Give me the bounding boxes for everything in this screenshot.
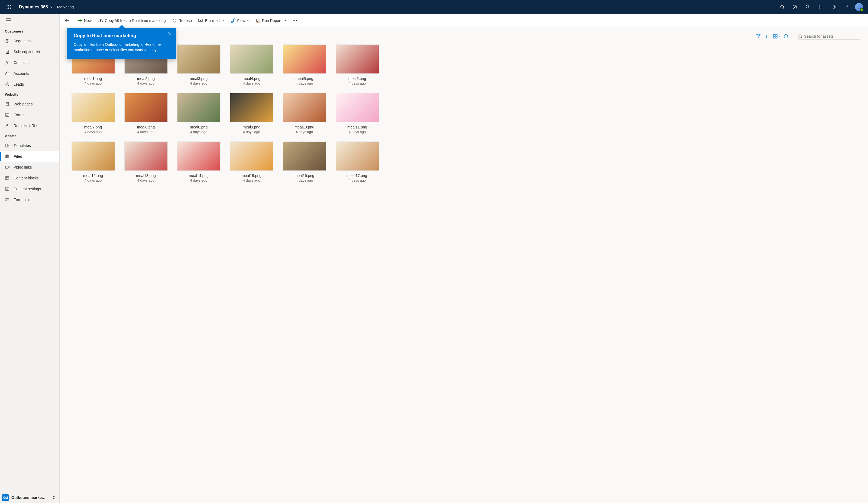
svg-point-10 [793, 5, 797, 9]
app-launcher-button[interactable] [3, 2, 14, 12]
form-icon [5, 112, 10, 117]
file-date: 4 days ago [137, 178, 155, 182]
files-icon [5, 154, 10, 159]
nav-item-label: Content settings [13, 187, 41, 191]
svg-point-42 [296, 20, 297, 21]
file-name: meal12.png [83, 173, 103, 178]
svg-point-12 [847, 8, 847, 9]
nav-item-content-blocks[interactable]: Content blocks [0, 173, 59, 184]
callout-close-button[interactable] [168, 32, 172, 37]
file-tile[interactable]: meal11.png4 days ago [331, 93, 384, 134]
home-icon [5, 71, 10, 76]
nav-item-segments[interactable]: Segments [0, 35, 59, 47]
refresh-button[interactable]: Refresh [169, 16, 195, 25]
help-button[interactable] [841, 2, 854, 12]
nav-item-form-fields[interactable]: Form fields [0, 194, 59, 205]
nav-item-label: Leads [13, 82, 24, 86]
settings-button[interactable] [828, 2, 841, 12]
svg-rect-23 [7, 155, 8, 158]
svg-point-9 [781, 6, 784, 8]
nav-item-redirect-urls[interactable]: Redirect URLs [0, 120, 59, 131]
svg-rect-32 [6, 200, 9, 201]
file-tile[interactable]: meal3.png4 days ago [172, 44, 225, 85]
nav-item-subscription-list[interactable]: Subscription list [0, 47, 59, 57]
nav-item-label: Form fields [13, 197, 32, 202]
svg-rect-26 [6, 176, 9, 180]
svg-rect-25 [6, 166, 8, 168]
copy-all-label: Copy All files to Real-time marketing [105, 18, 166, 23]
sidebar-collapse-button[interactable] [0, 14, 59, 27]
global-search-button[interactable] [776, 2, 789, 12]
cloud-upload-icon [98, 19, 103, 22]
sort-button[interactable] [763, 32, 772, 41]
nav-item-content-settings[interactable]: Content settings [0, 184, 59, 194]
flow-label: Flow [237, 18, 246, 23]
file-tile[interactable]: meal8.png4 days ago [120, 93, 172, 134]
filter-button[interactable] [754, 32, 763, 41]
file-tile[interactable]: meal16.png4 days ago [278, 142, 331, 182]
flow-button[interactable]: Flow [228, 16, 253, 25]
file-tile[interactable]: meal5.png4 days ago [278, 44, 331, 85]
file-tile[interactable]: meal6.png4 days ago [331, 44, 384, 85]
back-button[interactable] [62, 16, 72, 25]
nav-item-label: Web pages [13, 102, 33, 106]
svg-point-1 [8, 5, 9, 6]
nav-group-title: Assets [0, 131, 59, 140]
more-icon [292, 20, 297, 21]
file-tile[interactable]: meal14.png4 days ago [172, 142, 225, 182]
info-button[interactable] [781, 32, 790, 41]
file-tile[interactable]: meal9.png4 days ago [225, 93, 278, 134]
file-tile[interactable]: meal12.png4 days ago [66, 142, 120, 182]
nav-item-templates[interactable]: Templates [0, 140, 59, 151]
asset-search[interactable] [798, 33, 860, 40]
nav-item-label: Video links [13, 165, 32, 170]
nav-item-leads[interactable]: Leads [0, 79, 59, 90]
svg-point-40 [292, 20, 293, 21]
sidebar: CustomersSegmentsSubscription listContac… [0, 14, 60, 503]
svg-point-8 [10, 8, 11, 9]
email-link-button[interactable]: Email a link [196, 16, 227, 25]
add-button[interactable] [814, 2, 826, 12]
file-tile[interactable]: meal7.png4 days ago [66, 93, 120, 134]
file-tile[interactable]: meal8.png4 days ago [172, 93, 225, 134]
nav-item-web-pages[interactable]: Web pages [0, 99, 59, 110]
ideas-button[interactable] [801, 2, 814, 12]
topbar: Dynamics 365 Marketing [0, 0, 868, 14]
file-tile[interactable]: meal4.png4 days ago [225, 44, 278, 85]
more-commands-button[interactable] [290, 16, 300, 25]
user-avatar[interactable] [855, 3, 863, 11]
run-report-button[interactable]: Run Report [254, 16, 289, 25]
copy-all-button[interactable]: Copy All files to Real-time marketing [95, 16, 168, 25]
file-name: meal7.png [84, 125, 102, 129]
nav-item-contacts[interactable]: Contacts [0, 57, 59, 68]
svg-point-0 [7, 5, 8, 6]
file-tile[interactable]: meal17.png4 days ago [331, 142, 384, 182]
file-date: 4 days ago [84, 178, 102, 182]
nav-item-forms[interactable]: Forms [0, 110, 59, 120]
svg-rect-20 [8, 144, 9, 145]
new-button[interactable]: New [75, 16, 94, 25]
asset-search-input[interactable] [804, 34, 859, 39]
nav-item-label: Templates [13, 143, 31, 148]
nav-item-accounts[interactable]: Accounts [0, 68, 59, 79]
brand-label[interactable]: Dynamics 365 [19, 4, 53, 10]
svg-rect-33 [199, 19, 203, 22]
area-switcher[interactable]: OM Outbound marke… [0, 492, 59, 503]
file-date: 4 days ago [349, 130, 366, 134]
file-tile[interactable]: meal15.png4 days ago [225, 142, 278, 182]
view-switch-button[interactable] [772, 32, 781, 41]
file-date: 4 days ago [349, 178, 366, 182]
task-button[interactable] [789, 2, 801, 12]
nav-item-video-links[interactable]: Video links [0, 162, 59, 173]
nav-group-title: Website [0, 90, 59, 99]
refresh-label: Refresh [178, 18, 192, 23]
file-tile[interactable]: meal13.png4 days ago [120, 142, 172, 182]
nav-item-files[interactable]: Files [0, 151, 59, 162]
file-thumbnail [124, 142, 168, 171]
file-thumbnail [335, 142, 379, 171]
svg-rect-39 [259, 20, 259, 22]
redirect-icon [5, 123, 10, 128]
nav-item-label: Redirect URLs [13, 124, 38, 128]
file-tile[interactable]: meal10.png4 days ago [278, 93, 331, 134]
svg-point-49 [799, 35, 802, 38]
